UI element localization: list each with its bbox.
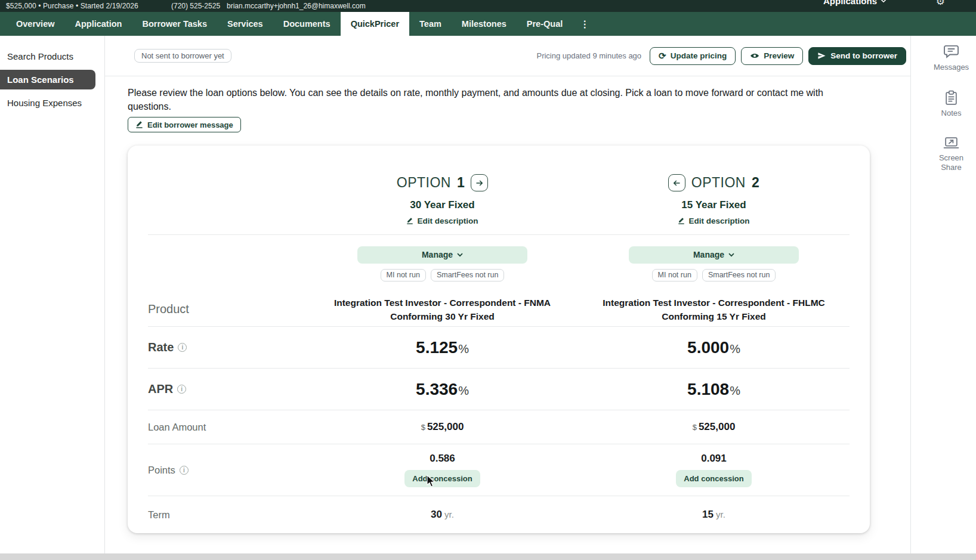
- borrower-phone: (720) 525-2525: [171, 2, 220, 10]
- info-icon[interactable]: i: [180, 466, 189, 475]
- sidebar-item-loan-scenarios[interactable]: Loan Scenarios: [0, 70, 95, 89]
- tab-documents[interactable]: Documents: [273, 12, 341, 36]
- option-1-mi-badge: MI not run: [381, 269, 426, 281]
- option-2-manage-button[interactable]: Manage: [629, 246, 799, 264]
- option-1-apr: 5.336%: [416, 380, 469, 399]
- edit-borrower-message-button[interactable]: Edit borrower message: [128, 117, 241, 132]
- messages-label: Messages: [934, 63, 969, 72]
- notes-label: Notes: [941, 109, 962, 118]
- sidebar-item-housing-expenses[interactable]: Housing Expenses: [0, 93, 104, 113]
- screen-share-label: ScreenShare: [939, 153, 963, 172]
- apr-row-label: APR i: [148, 382, 307, 396]
- notes-panel-button[interactable]: Notes: [941, 90, 962, 118]
- option-1-manage-button[interactable]: Manage: [357, 246, 527, 264]
- option-2-edit-description-button[interactable]: Edit description: [678, 216, 749, 225]
- pencil-icon: [678, 217, 685, 225]
- tab-quickpricer[interactable]: QuickPricer: [341, 12, 409, 36]
- info-icon[interactable]: i: [178, 343, 187, 352]
- option-1-add-concession-button[interactable]: Add concession: [404, 470, 480, 487]
- tab-milestones[interactable]: Milestones: [452, 12, 517, 36]
- screen-share-icon: [943, 136, 959, 150]
- edit-description-label: Edit description: [417, 216, 478, 225]
- tab-pre-qual[interactable]: Pre-Qual: [517, 12, 573, 36]
- pricing-toolbar: Not sent to borrower yet Pricing updated…: [105, 36, 910, 76]
- rate-row-label: Rate i: [148, 341, 307, 354]
- applications-label: Applications: [823, 0, 877, 6]
- option-1-edit-description-button[interactable]: Edit description: [406, 216, 478, 225]
- pricing-updated-text: Pricing updated 9 minutes ago: [536, 51, 641, 60]
- sidebar-item-search-products[interactable]: Search Products: [0, 47, 104, 66]
- option-1-word: OPTION: [397, 175, 451, 191]
- pencil-icon: [135, 120, 143, 129]
- send-to-borrower-button[interactable]: Send to borrower: [808, 47, 906, 65]
- manage-label: Manage: [422, 250, 453, 259]
- term-row-label: Term: [148, 509, 307, 521]
- option-2-smartfees-badge: SmartFees not run: [702, 269, 776, 281]
- chevron-down-icon: [728, 253, 734, 257]
- tab-overview[interactable]: Overview: [6, 12, 65, 36]
- notes-icon: [944, 90, 959, 106]
- option-2-number: 2: [752, 175, 759, 191]
- applications-menu[interactable]: Applications: [823, 0, 887, 6]
- option-2-add-concession-button[interactable]: Add concession: [676, 470, 751, 487]
- option-2-points: 0.091: [701, 453, 727, 465]
- option-2-word: OPTION: [691, 175, 746, 191]
- tab-application[interactable]: Application: [65, 12, 132, 36]
- refresh-icon: ⟳: [659, 51, 666, 60]
- borrower-email: brian.mccarthy+johnh1_26@himaxwell.com: [227, 2, 366, 10]
- tab-borrower-tasks[interactable]: Borrower Tasks: [132, 12, 217, 36]
- option-1-number: 1: [457, 175, 465, 191]
- update-pricing-button[interactable]: ⟳ Update pricing: [650, 47, 736, 65]
- arrow-right-icon: [475, 180, 483, 187]
- option-2-move-left-button[interactable]: [668, 174, 685, 191]
- tab-team[interactable]: Team: [409, 12, 452, 36]
- option-1-loan-amount: $525,000: [421, 421, 464, 433]
- right-rail: Messages Notes ScreenShare: [910, 36, 976, 553]
- send-icon: [817, 51, 826, 60]
- nav-overflow-icon[interactable]: ⋮: [573, 12, 597, 36]
- option-1-product: Integration Test Investor - Corresponden…: [320, 296, 565, 323]
- option-2-apr: 5.108%: [687, 380, 740, 399]
- option-1-points: 0.586: [430, 453, 455, 465]
- option-2-loan-amount: $525,000: [693, 421, 736, 433]
- edit-borrower-message-label: Edit borrower message: [147, 120, 233, 129]
- top-info-bar: $525,000 • Purchase • Started 2/19/2026 …: [0, 0, 976, 12]
- loan-amount-row-label: Loan Amount: [148, 422, 307, 433]
- manage-label: Manage: [693, 250, 724, 259]
- option-2-rate: 5.000%: [687, 338, 740, 357]
- product-row-label: Product: [148, 302, 307, 316]
- option-1-smartfees-badge: SmartFees not run: [431, 269, 505, 281]
- option-1-header: OPTION 1 30 Year Fixed Edit description: [307, 146, 578, 234]
- messages-panel-button[interactable]: Messages: [934, 44, 969, 72]
- option-1-description: 30 Year Fixed: [410, 199, 474, 211]
- loan-comparison-card: OPTION 1 30 Year Fixed Edit description: [128, 146, 870, 533]
- chevron-down-icon: [881, 0, 887, 3]
- preview-button[interactable]: Preview: [741, 47, 803, 65]
- loan-summary: $525,000 • Purchase • Started 2/19/2026: [6, 2, 138, 10]
- preview-label: Preview: [764, 51, 794, 60]
- screen-share-button[interactable]: ScreenShare: [939, 136, 963, 172]
- option-1-term: 30yr.: [431, 509, 454, 521]
- info-icon[interactable]: i: [177, 385, 186, 394]
- option-2-product: Integration Test Investor - Corresponden…: [592, 296, 836, 323]
- option-2-term: 15yr.: [702, 509, 725, 521]
- rate-label: Rate: [148, 341, 174, 354]
- option-1-move-right-button[interactable]: [471, 174, 488, 191]
- option-2-mi-badge: MI not run: [652, 269, 697, 281]
- bottom-window-edge: [0, 553, 976, 560]
- update-pricing-label: Update pricing: [671, 51, 727, 60]
- main-nav: Overview Application Borrower Tasks Serv…: [0, 12, 976, 36]
- messages-icon: [943, 44, 959, 60]
- points-label: Points: [148, 465, 175, 476]
- option-2-description: 15 Year Fixed: [681, 199, 746, 211]
- option-1-rate: 5.125%: [416, 338, 469, 357]
- points-row-label: Points i: [148, 465, 307, 476]
- tab-services[interactable]: Services: [217, 12, 273, 36]
- chevron-down-icon: [457, 253, 463, 257]
- pencil-icon: [406, 217, 413, 225]
- status-badge: Not sent to borrower yet: [134, 49, 231, 63]
- borrower-message-text: Please review the loan options below. Yo…: [128, 86, 839, 113]
- option-2-header: OPTION 2 15 Year Fixed Edit description: [578, 146, 850, 234]
- apr-label: APR: [148, 382, 173, 396]
- gear-icon[interactable]: ⚙: [936, 0, 945, 8]
